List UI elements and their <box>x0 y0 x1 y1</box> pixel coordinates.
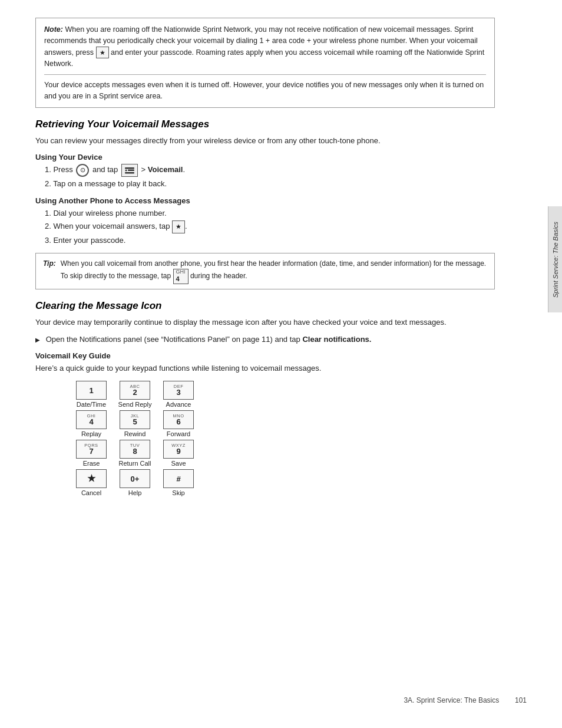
key-label-1: Send Reply <box>118 401 152 408</box>
footer-text: 3A. Sprint Service: The Basics <box>404 696 499 704</box>
subsection2-title: Using Another Phone to Access Messages <box>35 196 495 205</box>
keypad-grid: 1Date/TimeABC2Send ReplyDEF3AdvanceGHI4R… <box>71 381 495 496</box>
note-label: Note: <box>44 25 63 34</box>
key-cell-4: JKL5Rewind <box>114 410 156 437</box>
menu-icon <box>121 164 138 177</box>
svg-rect-3 <box>125 172 134 174</box>
key-main-11: # <box>176 475 180 483</box>
step2-3: 3. Enter your passcode. <box>45 235 495 247</box>
key-label-0: Date/Time <box>77 401 106 408</box>
section2-title: Clearing the Message Icon <box>35 300 495 312</box>
key-button-7: PQRS7 <box>76 440 107 459</box>
star-key-inline: ★ <box>172 220 185 233</box>
tip-text: When you call voicemail from another pho… <box>61 258 487 284</box>
key-button-6: MNO6 <box>163 410 194 429</box>
key-cell-6: PQRS7Erase <box>71 440 112 467</box>
tip-label: Tip: <box>43 258 56 284</box>
key-label-5: Forward <box>167 430 190 437</box>
key-button-2: ABC2 <box>120 381 150 400</box>
key-label-6: Erase <box>83 460 100 467</box>
key-cell-0: 1Date/Time <box>71 381 112 408</box>
step2-2: 2. When your voicemail answers, tap ★. <box>45 220 495 233</box>
note-inner-text: Your device accepts messages even when i… <box>44 74 486 102</box>
key-main-8: 9 <box>176 447 180 455</box>
key-cell-1: ABC2Send Reply <box>114 381 156 408</box>
footer-page: 101 <box>515 696 527 704</box>
key-label-10: Help <box>128 489 142 496</box>
step1-1: 1. Press ⊙ and tap > Voicemail. <box>45 164 495 177</box>
notifications-bullet: Open the Notifications panel (see “Notif… <box>35 334 495 345</box>
key-label-7: Return Call <box>118 460 151 467</box>
note-text2: and enter your passcode. Roaming rates a… <box>44 48 484 68</box>
key-button-9: WXYZ9 <box>163 440 194 459</box>
key-main-9: ★ <box>87 474 95 483</box>
key-button-★: ★ <box>76 469 107 488</box>
section1-title: Retrieving Your Voicemail Messages <box>35 118 495 130</box>
keyguide-title: Voicemail Key Guide <box>35 351 495 360</box>
note-box: Note: When you are roaming off the Natio… <box>35 18 495 108</box>
circle-home-icon: ⊙ <box>76 164 89 177</box>
tip-key4: GHI 4 <box>173 269 189 284</box>
subsection1-steps: 1. Press ⊙ and tap > Voicemail. 2. Tap o… <box>35 164 495 190</box>
key-cell-11: #Skip <box>158 469 199 496</box>
key-main-7: 8 <box>133 447 137 455</box>
svg-rect-0 <box>125 167 134 169</box>
key-label-3: Replay <box>81 430 101 437</box>
key-label-2: Advance <box>166 401 191 408</box>
key-cell-7: TUV8Return Call <box>114 440 156 467</box>
key-main-4: 5 <box>133 418 137 426</box>
key-label-4: Rewind <box>124 430 146 437</box>
key-button-8: TUV8 <box>120 440 150 459</box>
key-main-2: 3 <box>176 388 180 396</box>
key-button-0+: 0+ <box>120 469 150 488</box>
key-main-10: 0+ <box>131 475 140 483</box>
svg-point-1 <box>125 169 127 171</box>
section2-intro: Your device may temporarily continue to … <box>35 317 495 328</box>
key-button-5: JKL5 <box>120 410 150 429</box>
subsection2-steps: 1. Dial your wireless phone number. 2. W… <box>35 207 495 247</box>
key-cell-9: ★Cancel <box>71 469 112 496</box>
subsection1-title: Using Your Device <box>35 153 495 162</box>
step2-1: 1. Dial your wireless phone number. <box>45 207 495 220</box>
key-button-4: GHI4 <box>76 410 107 429</box>
key-button-3: DEF3 <box>163 381 194 400</box>
svg-rect-2 <box>128 169 134 171</box>
key-label-11: Skip <box>172 489 184 496</box>
key-main-6: 7 <box>89 447 93 455</box>
step1-2: 2. Tap on a message to play it back. <box>45 178 495 190</box>
page-container: Note: When you are roaming off the Natio… <box>0 0 530 539</box>
key-label-8: Save <box>171 460 186 467</box>
note-star-key: ★ <box>96 47 109 59</box>
keyguide-intro: Here’s a quick guide to your keypad func… <box>35 363 495 374</box>
page-footer: 3A. Sprint Service: The Basics 101 <box>404 696 527 704</box>
side-tab-text: Sprint Service: The Basics <box>552 222 559 298</box>
key-button-1: 1 <box>76 381 107 400</box>
key-main-3: 4 <box>89 418 93 426</box>
tip-box: Tip: When you call voicemail from anothe… <box>35 253 495 289</box>
key-label-9: Cancel <box>81 489 101 496</box>
key-main-0: 1 <box>89 387 93 394</box>
key-main-5: 6 <box>176 418 180 426</box>
key-cell-2: DEF3Advance <box>158 381 199 408</box>
key-cell-10: 0+Help <box>114 469 156 496</box>
key-button-#: # <box>163 469 194 488</box>
key-cell-8: WXYZ9Save <box>158 440 199 467</box>
key-main-1: 2 <box>133 388 137 396</box>
clear-notifications-bold: Clear notifications. <box>302 335 371 344</box>
section1-intro: You can review your messages directly fr… <box>35 135 495 147</box>
voicemail-bold: Voicemail <box>148 165 183 174</box>
key-cell-5: MNO6Forward <box>158 410 199 437</box>
key-cell-3: GHI4Replay <box>71 410 112 437</box>
side-tab: Sprint Service: The Basics <box>548 206 562 312</box>
